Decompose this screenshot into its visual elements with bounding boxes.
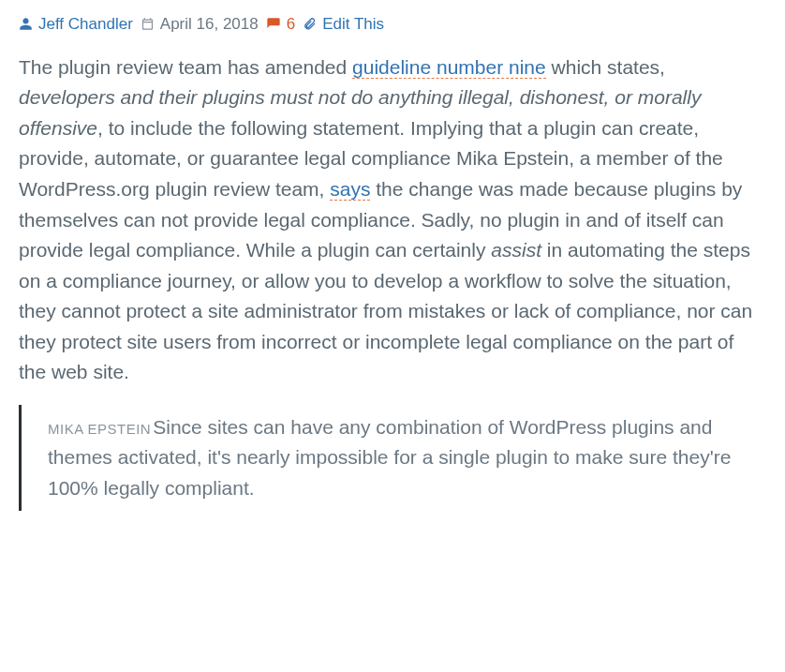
says-link[interactable]: says xyxy=(330,178,370,201)
article-paragraph: The plugin review team has amended guide… xyxy=(19,52,766,388)
edit-meta: Edit This xyxy=(303,13,384,36)
comments-meta: 6 xyxy=(266,13,295,36)
paperclip-icon xyxy=(303,17,317,31)
guideline-link[interactable]: guideline number nine xyxy=(352,56,546,79)
comment-icon xyxy=(266,17,281,32)
body-text: which states, xyxy=(546,56,665,78)
author-meta: Jeff Chandler xyxy=(19,13,133,36)
calendar-icon xyxy=(141,17,155,31)
author-link[interactable]: Jeff Chandler xyxy=(38,13,133,36)
blockquote: Mika EpsteinSince sites can have any com… xyxy=(19,405,766,512)
body-text: The plugin review team has amended xyxy=(19,56,352,78)
post-meta-bar: Jeff Chandler April 16, 2018 6 Edit This xyxy=(19,13,766,36)
comments-link[interactable]: 6 xyxy=(287,13,295,36)
person-icon xyxy=(19,17,33,31)
emphasis-text: assist xyxy=(491,239,541,261)
date-meta: April 16, 2018 xyxy=(141,13,259,36)
post-date: April 16, 2018 xyxy=(160,13,259,36)
quote-author: Mika Epstein xyxy=(48,421,151,437)
article-body: The plugin review team has amended guide… xyxy=(19,52,766,512)
edit-link[interactable]: Edit This xyxy=(322,13,384,36)
